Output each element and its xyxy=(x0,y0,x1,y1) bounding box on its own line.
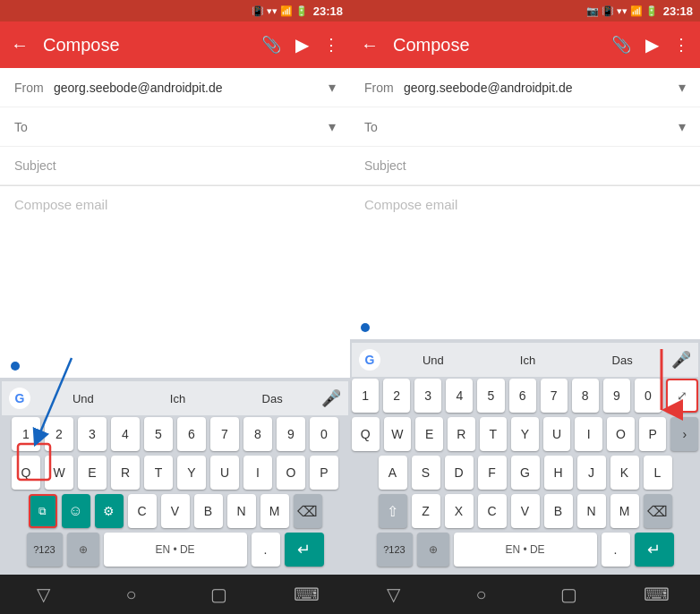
from-row-right[interactable]: From georg.seebode@androidpit.de ▾ xyxy=(350,68,700,107)
recents-nav-left[interactable]: ▢ xyxy=(192,584,245,605)
key-p-r[interactable]: P xyxy=(639,417,667,451)
suggestion-und-right[interactable]: Und xyxy=(388,350,479,371)
clipboard-key-left[interactable]: ⧉ xyxy=(29,494,57,528)
key-w-l[interactable]: W xyxy=(45,456,73,490)
key-o-l[interactable]: O xyxy=(277,456,305,490)
key-8-r[interactable]: 8 xyxy=(572,379,599,413)
key-4[interactable]: 4 xyxy=(111,417,140,451)
enter-key-left[interactable]: ↵ xyxy=(285,533,324,567)
back-button-left[interactable]: ← xyxy=(11,35,29,55)
key-y-l[interactable]: Y xyxy=(177,456,206,490)
keyboard-nav-right[interactable]: ⌨ xyxy=(629,584,683,605)
home-nav-left[interactable]: ○ xyxy=(105,584,158,605)
suggestion-ich-right[interactable]: Ich xyxy=(482,350,574,371)
key-3[interactable]: 3 xyxy=(78,417,107,451)
key-9-r[interactable]: 9 xyxy=(603,379,630,413)
key-2[interactable]: 2 xyxy=(45,417,73,451)
key-t-l[interactable]: T xyxy=(144,456,173,490)
chevron-right-key[interactable]: › xyxy=(670,417,698,451)
key-f-r[interactable]: F xyxy=(478,456,507,490)
more-button-left[interactable]: ⋮ xyxy=(323,35,339,55)
space-key-left[interactable]: EN • DE xyxy=(104,533,247,567)
suggestion-und-left[interactable]: Und xyxy=(38,388,129,409)
to-row-right[interactable]: To ▾ xyxy=(350,107,700,147)
shift-key-right[interactable]: ⇧ xyxy=(379,494,407,528)
key-5-r[interactable]: 5 xyxy=(477,379,504,413)
key-j-r[interactable]: J xyxy=(577,456,606,490)
key-l-r[interactable]: L xyxy=(644,456,672,490)
key-1-r[interactable]: 1 xyxy=(352,379,379,413)
subject-row-left[interactable]: Subject xyxy=(0,147,350,185)
key-t-r[interactable]: T xyxy=(480,417,508,451)
key-6-r[interactable]: 6 xyxy=(509,379,536,413)
globe-key-left[interactable]: ⊕ xyxy=(67,533,99,567)
key-u-r[interactable]: U xyxy=(543,417,571,451)
back-nav-right[interactable]: ▽ xyxy=(367,584,421,605)
key-p-l[interactable]: P xyxy=(310,456,338,490)
key-r-r[interactable]: R xyxy=(448,417,475,451)
settings-key-left[interactable]: ⚙ xyxy=(95,494,124,528)
key-y-r[interactable]: Y xyxy=(511,417,539,451)
key-n-l[interactable]: N xyxy=(227,494,256,528)
recents-nav-right[interactable]: ▢ xyxy=(542,584,595,605)
key-s-r[interactable]: S xyxy=(412,456,440,490)
compose-area-left[interactable]: Compose email xyxy=(0,186,350,378)
suggestion-ich-left[interactable]: Ich xyxy=(132,388,224,409)
backspace-key-left[interactable]: ⌫ xyxy=(294,494,322,528)
key-5[interactable]: 5 xyxy=(144,417,173,451)
attach-icon-right[interactable]: 📎 xyxy=(611,35,631,55)
suggestion-das-left[interactable]: Das xyxy=(226,388,318,409)
key-a-r[interactable]: A xyxy=(379,456,407,490)
period-key-right[interactable]: . xyxy=(602,533,630,567)
mic-icon-left[interactable]: 🎤 xyxy=(321,388,341,408)
more-button-right[interactable]: ⋮ xyxy=(673,35,689,55)
key-b-l[interactable]: B xyxy=(194,494,223,528)
key-0[interactable]: 0 xyxy=(310,417,338,451)
backspace-key-right[interactable]: ⌫ xyxy=(644,494,672,528)
key-e-l[interactable]: E xyxy=(78,456,107,490)
key-m-r[interactable]: M xyxy=(610,494,639,528)
back-button-right[interactable]: ← xyxy=(361,35,379,55)
send-button-left[interactable]: ▶ xyxy=(295,34,309,55)
key-c-r[interactable]: C xyxy=(478,494,507,528)
key-7-r[interactable]: 7 xyxy=(541,379,568,413)
key-v-r[interactable]: V xyxy=(511,494,540,528)
key-1[interactable]: 1 xyxy=(12,417,40,451)
keyboard-nav-left[interactable]: ⌨ xyxy=(279,584,333,605)
key-n-r[interactable]: N xyxy=(577,494,606,528)
key-x-r[interactable]: X xyxy=(445,494,474,528)
mic-icon-right[interactable]: 🎤 xyxy=(671,350,691,370)
key-b-r[interactable]: B xyxy=(544,494,573,528)
key-u-l[interactable]: U xyxy=(210,456,239,490)
key-o-r[interactable]: O xyxy=(607,417,635,451)
key-0-r[interactable]: 0 xyxy=(635,379,662,413)
key-3-r[interactable]: 3 xyxy=(414,379,441,413)
key-h-r[interactable]: H xyxy=(544,456,573,490)
key-v-l[interactable]: V xyxy=(161,494,190,528)
send-button-right[interactable]: ▶ xyxy=(645,34,659,55)
key-m-l[interactable]: M xyxy=(260,494,289,528)
key-k-r[interactable]: K xyxy=(610,456,639,490)
key-z-r[interactable]: Z xyxy=(412,494,440,528)
back-nav-left[interactable]: ▽ xyxy=(17,584,71,605)
num-key-right[interactable]: ?123 xyxy=(377,533,413,567)
key-i-r[interactable]: I xyxy=(575,417,602,451)
emoji-key-left[interactable]: ☺ xyxy=(62,494,90,528)
key-6[interactable]: 6 xyxy=(177,417,206,451)
key-7[interactable]: 7 xyxy=(210,417,239,451)
globe-key-right[interactable]: ⊕ xyxy=(417,533,449,567)
key-i-l[interactable]: I xyxy=(243,456,272,490)
key-g-r[interactable]: G xyxy=(511,456,540,490)
from-row-left[interactable]: From georg.seebode@androidpit.de ▾ xyxy=(0,68,350,107)
key-d-r[interactable]: D xyxy=(445,456,474,490)
key-q-r[interactable]: Q xyxy=(352,417,380,451)
home-nav-right[interactable]: ○ xyxy=(455,584,508,605)
key-e-r[interactable]: E xyxy=(415,417,443,451)
subject-row-right[interactable]: Subject xyxy=(350,147,700,185)
period-key-left[interactable]: . xyxy=(252,533,280,567)
compose-area-right[interactable]: Compose email xyxy=(350,186,700,339)
suggestion-das-right[interactable]: Das xyxy=(576,350,668,371)
to-row-left[interactable]: To ▾ xyxy=(0,107,350,147)
key-8[interactable]: 8 xyxy=(243,417,272,451)
key-4-r[interactable]: 4 xyxy=(446,379,473,413)
